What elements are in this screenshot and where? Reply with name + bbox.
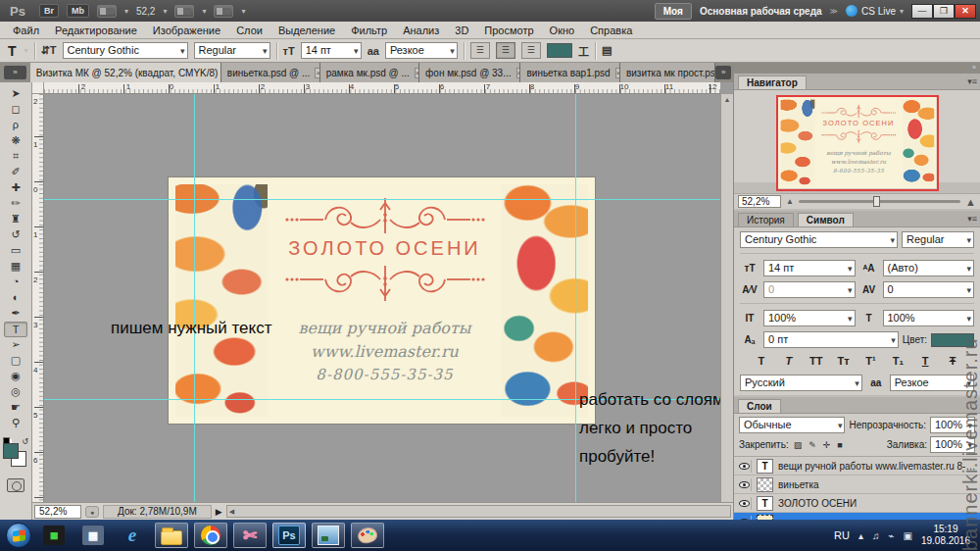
font-size-select[interactable]: 14 пт: [301, 42, 362, 59]
doc-tab-fon-mk[interactable]: фон мк.psd @ 33...×: [419, 63, 520, 82]
type-tool-preset[interactable]: T: [6, 43, 19, 59]
superscript-button[interactable]: T¹: [861, 355, 879, 367]
horizontal-ruler[interactable]: 2 1 0 1 2 3 4 5 6 7 8 9 10 11 12: [44, 82, 720, 94]
anti-alias-select[interactable]: Резкое: [385, 42, 458, 59]
language-select[interactable]: Русский: [740, 375, 862, 391]
zoom-out-icon[interactable]: ▲: [786, 197, 794, 206]
eraser-tool[interactable]: ▭: [4, 243, 27, 259]
workspace-name[interactable]: Основная рабочая среда: [700, 6, 822, 17]
doc-tab-ramka-mk[interactable]: рамка мк.psd @ ...×: [320, 63, 419, 82]
cs-live-menu[interactable]: CS Live▾: [846, 5, 904, 17]
all-caps-button[interactable]: TT: [808, 355, 825, 367]
char-color-swatch[interactable]: [931, 333, 974, 347]
navigator-zoom-slider[interactable]: [799, 200, 960, 203]
taskbar-photoshop[interactable]: Ps: [272, 523, 306, 548]
business-card[interactable]: ЗОЛОТО ОСЕНИ вещи ручной работы www.live…: [778, 97, 937, 188]
scroll-up-icon[interactable]: ▲: [721, 94, 733, 106]
text-orientation-icon[interactable]: ⇵T: [41, 44, 57, 57]
text-layer-thumbnail[interactable]: T: [757, 496, 773, 511]
visibility-toggle[interactable]: [737, 478, 752, 491]
move-tool[interactable]: ➤: [4, 86, 27, 102]
fill-field[interactable]: 100%: [930, 436, 975, 453]
taskbar-chrome[interactable]: [194, 523, 227, 548]
visibility-toggle[interactable]: [737, 460, 752, 473]
scroll-left-icon[interactable]: ◀: [229, 508, 234, 515]
taskbar-snipping-tool[interactable]: ✄: [233, 523, 267, 548]
menu-3d[interactable]: 3D: [448, 24, 475, 37]
tab-history[interactable]: История: [738, 213, 794, 226]
taskbar-photo-viewer[interactable]: [312, 523, 345, 548]
menu-layers[interactable]: Слои: [229, 24, 270, 37]
view-extras-caret[interactable]: ▾: [124, 7, 128, 16]
status-zoom-field[interactable]: 52,2%: [34, 505, 81, 519]
slider-thumb[interactable]: [873, 196, 880, 207]
text-layer-thumbnail[interactable]: T: [757, 459, 773, 474]
blur-tool[interactable]: ◔: [4, 275, 27, 290]
align-right-button[interactable]: ☰: [521, 42, 541, 59]
menu-select[interactable]: Выделение: [271, 24, 342, 37]
vertical-ruler[interactable]: 2 1 0 1 2 3 4 5 6 7: [32, 94, 44, 502]
ruler-corner[interactable]: [32, 82, 44, 94]
marquee-tool[interactable]: ◻: [4, 102, 27, 118]
dock-collapse-strip[interactable]: »: [734, 63, 980, 74]
doc-tab-vizitka-prost[interactable]: визитка мк прост.psd: [620, 63, 715, 82]
quick-selection-tool[interactable]: ❋: [4, 133, 27, 149]
3d-orbit-tool[interactable]: ◎: [4, 384, 27, 400]
lock-transparency-icon[interactable]: ▨: [792, 439, 805, 451]
zoom-level-field[interactable]: 52,2: [136, 6, 155, 17]
doc-tab-vinetka-var1[interactable]: виньетка вар1.psd×: [520, 63, 619, 82]
faux-bold-button[interactable]: T: [753, 355, 770, 367]
swap-colors-icon[interactable]: ↺: [22, 437, 28, 446]
crop-tool[interactable]: ⌗: [4, 149, 27, 165]
type-tool[interactable]: T: [4, 322, 27, 337]
char-antialias-select[interactable]: Резкое: [890, 375, 974, 391]
power-icon[interactable]: ⌁: [888, 530, 894, 541]
guide-vertical-left[interactable]: [194, 94, 195, 502]
language-indicator[interactable]: RU: [834, 529, 850, 541]
tray-chevron-icon[interactable]: ▴: [858, 530, 863, 541]
navigator-zoom-field[interactable]: 52,2%: [738, 195, 781, 208]
menu-file[interactable]: Файл: [6, 24, 46, 37]
healing-brush-tool[interactable]: ✚: [4, 180, 27, 196]
doc-tab-vizitka-mk[interactable]: Визитка МК @ 52,2% (квадрат, CMYK/8) *×: [30, 63, 221, 82]
underline-button[interactable]: T: [916, 355, 934, 367]
workspace-my-button[interactable]: Моя: [655, 3, 692, 20]
subscript-button[interactable]: T₁: [889, 355, 906, 367]
clock[interactable]: 15:19 19.08.2016: [921, 524, 974, 547]
layer-thumbnail[interactable]: [757, 477, 773, 492]
volume-icon[interactable]: ♫: [872, 530, 880, 541]
taskbar-explorer[interactable]: [155, 523, 188, 548]
align-left-button[interactable]: ☰: [470, 42, 490, 59]
lock-paint-icon[interactable]: ✎: [807, 439, 818, 451]
layer-row-zoloto-oseni[interactable]: T ЗОЛОТО ОСЕНИ: [734, 494, 980, 513]
doc-tab-vinetka[interactable]: виньетка.psd @ ...×: [221, 63, 320, 82]
taskbar-remote-app[interactable]: ▦: [37, 523, 71, 548]
text-color-swatch[interactable]: [547, 43, 572, 58]
close-button[interactable]: ✕: [955, 4, 976, 19]
minimize-button[interactable]: —: [911, 4, 933, 19]
tab-layers[interactable]: Слои: [738, 399, 781, 413]
char-kerning-select[interactable]: 0: [763, 281, 856, 298]
foreground-color-swatch[interactable]: [3, 443, 19, 459]
screen-mode-caret[interactable]: ▾: [241, 7, 245, 16]
pen-tool[interactable]: ✒: [4, 306, 27, 322]
hand-tool[interactable]: ☛: [4, 400, 27, 416]
workspace-overflow[interactable]: ≫: [830, 7, 838, 16]
taskbar-calculator[interactable]: ▦: [76, 523, 110, 548]
guide-vertical-right[interactable]: [575, 94, 576, 502]
arrange-documents-icon[interactable]: [174, 5, 194, 18]
small-caps-button[interactable]: Tт: [835, 355, 853, 367]
mini-bridge-button[interactable]: Mb: [67, 4, 89, 18]
quick-mask-button[interactable]: [7, 478, 24, 492]
align-center-button[interactable]: ☰: [496, 42, 515, 59]
warp-text-icon[interactable]: 工: [578, 43, 589, 59]
3d-rotate-tool[interactable]: ◉: [4, 369, 27, 384]
tool-preset-caret[interactable]: ▾: [24, 46, 28, 55]
lasso-tool[interactable]: ρ: [4, 118, 27, 133]
path-selection-tool[interactable]: ➢: [4, 337, 27, 353]
restore-button[interactable]: ❐: [933, 4, 955, 19]
menu-image[interactable]: Изображение: [146, 24, 227, 37]
faux-italic-button[interactable]: T: [780, 355, 798, 367]
zoom-tool[interactable]: ⚲: [4, 416, 27, 431]
zoom-caret[interactable]: ▾: [163, 7, 167, 16]
